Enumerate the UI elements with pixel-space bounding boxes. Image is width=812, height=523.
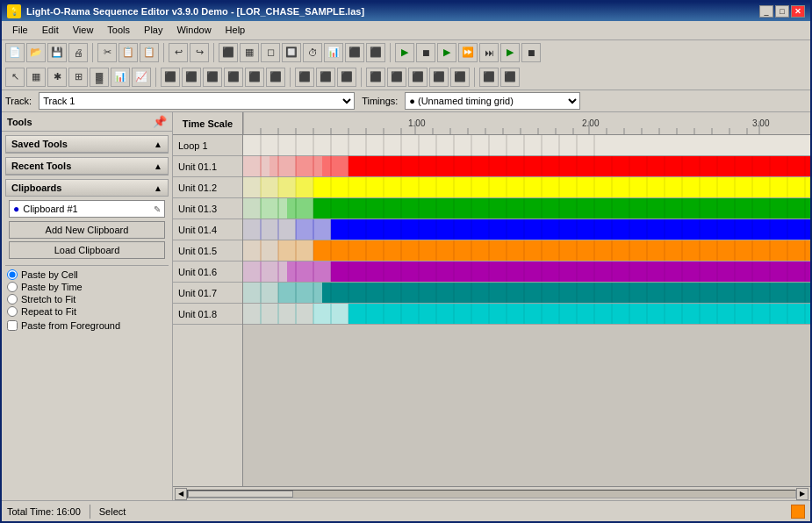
scroll-left-arrow[interactable]: ◀ [175,488,187,500]
tb-play[interactable]: ▶ [395,43,414,62]
stretch-to-fit-label: Stretch to Fit [21,294,75,304]
tb2-5[interactable]: ▓ [90,68,109,87]
tb-b2[interactable]: ▦ [240,43,259,62]
tb-redo[interactable]: ↪ [190,43,209,62]
tb-b3[interactable]: ◻ [261,43,280,62]
tb2-18[interactable]: ⬛ [387,68,406,87]
tb-open[interactable]: 📂 [26,43,46,62]
clipboards-header[interactable]: Clipboards ▲ [5,179,169,197]
svg-rect-58 [349,156,810,177]
tb-b8[interactable]: ⬛ [366,43,385,62]
svg-rect-168 [331,219,810,240]
paste-from-fg-option: Paste from Foreground [7,320,167,331]
menu-bar: File Edit View Tools Play Window Help [2,21,810,40]
tb-b6[interactable]: 📊 [324,43,343,62]
tb-cut[interactable]: ✂ [97,43,117,62]
stretch-to-fit-radio[interactable] [7,294,18,304]
tb2-7[interactable]: 📈 [132,68,151,87]
minimize-button[interactable]: _ [759,5,773,18]
clipboard-edit-icon[interactable]: ✎ [154,204,161,214]
tb2-20[interactable]: ⬛ [429,68,449,87]
tb-undo[interactable]: ↩ [169,43,188,62]
tb2-22[interactable]: ⬛ [479,68,499,87]
tb2-19[interactable]: ⬛ [408,68,428,87]
paste-by-cell-radio[interactable] [7,269,18,280]
grid-area[interactable] [243,135,810,486]
track-select[interactable]: Track 1 [39,92,355,110]
paste-by-time-radio[interactable] [7,282,18,292]
status-divider [90,505,90,519]
tb-ff[interactable]: ⏩ [458,43,478,62]
tb-paste[interactable]: 📋 [140,43,159,62]
tb2-17[interactable]: ⬛ [366,68,385,87]
tb-b5[interactable]: ⏱ [303,43,322,62]
tb-b4[interactable]: 🔲 [282,43,301,62]
tb2-6[interactable]: 📊 [111,68,130,87]
scroll-right-arrow[interactable]: ▶ [796,488,808,500]
window-controls[interactable]: _ □ ✕ [759,5,805,18]
tb2-13[interactable]: ⬛ [266,68,285,87]
menu-tools[interactable]: Tools [100,23,137,37]
tb2-10[interactable]: ⬛ [203,68,222,87]
tb2-12[interactable]: ⬛ [245,68,264,87]
tb2-2[interactable]: ▦ [26,68,46,87]
tb2-14[interactable]: ⬛ [295,68,314,87]
status-bar: Total Time: 16:00 Select [2,500,810,521]
svg-rect-308 [349,304,810,325]
recent-tools-label: Recent Tools [11,161,71,171]
scrollbar-thumb[interactable] [188,491,293,498]
maximize-button[interactable]: □ [775,5,789,18]
menu-file[interactable]: File [5,23,35,37]
status-mode-label: Select [99,506,126,517]
tb2-15[interactable]: ⬛ [316,68,335,87]
sep3 [213,43,214,62]
tb-play3[interactable]: ▶ [500,43,520,62]
tb2-8[interactable]: ⬛ [161,68,180,87]
recent-tools-header[interactable]: Recent Tools ▲ [5,157,169,175]
row-label-unit016: Unit 01.6 [173,262,242,283]
load-clipboard-button[interactable]: Load Clipboard [9,241,165,259]
tb-stop[interactable]: ⏹ [416,43,435,62]
tb2-11[interactable]: ⬛ [224,68,243,87]
tb2-21[interactable]: ⬛ [450,68,470,87]
tb-play2[interactable]: ▶ [437,43,456,62]
menu-help[interactable]: Help [219,23,253,37]
grid-row-unit018 [243,304,810,325]
tb2-1[interactable]: ↖ [5,68,25,87]
tb2-3[interactable]: ✱ [47,68,67,87]
row-label-unit013: Unit 01.3 [173,198,242,219]
tb2-9[interactable]: ⬛ [182,68,201,87]
horizontal-scrollbar[interactable]: ◀ ▶ [173,486,810,500]
sep7 [361,68,362,87]
paste-by-cell-option: Paste by Cell [7,269,167,280]
tb-print[interactable]: 🖨 [68,43,88,62]
seq-header: Time Scale 1.00 2.00 3.00 [173,112,810,135]
tb-stop2[interactable]: ⏹ [521,43,541,62]
timings-select[interactable]: ● (Unnamed timing grid) [405,92,580,110]
repeat-to-fit-radio[interactable] [7,306,18,317]
tb-save[interactable]: 💾 [47,43,67,62]
add-clipboard-button[interactable]: Add New Clipboard [9,221,165,239]
close-button[interactable]: ✕ [791,5,805,18]
tools-pin-icon[interactable]: 📌 [153,115,167,128]
repeat-to-fit-label: Repeat to Fit [21,306,76,317]
tb-new[interactable]: 📄 [5,43,25,62]
menu-play[interactable]: Play [137,23,169,37]
svg-rect-273 [322,283,810,304]
saved-tools-header[interactable]: Saved Tools ▲ [5,135,169,153]
paste-by-time-label: Paste by Time [21,282,83,292]
tb-b1[interactable]: ⬛ [219,43,238,62]
grid-row-unit013 [243,198,810,219]
row-label-unit017: Unit 01.7 [173,283,242,304]
tb2-23[interactable]: ⬛ [500,68,520,87]
menu-window[interactable]: Window [169,23,218,37]
scrollbar-track[interactable] [187,490,796,498]
menu-edit[interactable]: Edit [35,23,66,37]
menu-view[interactable]: View [66,23,101,37]
tb2-16[interactable]: ⬛ [337,68,356,87]
tb-copy[interactable]: 📋 [119,43,138,62]
tb2-4[interactable]: ⊞ [68,68,88,87]
paste-from-fg-checkbox[interactable] [7,320,18,331]
tb-b7[interactable]: ⬛ [345,43,364,62]
tb-end[interactable]: ⏭ [479,43,499,62]
